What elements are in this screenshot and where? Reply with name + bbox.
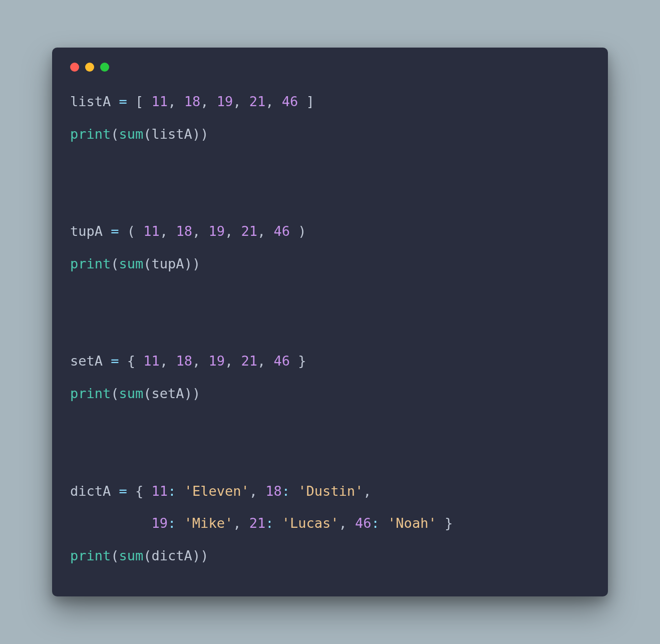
window-titlebar — [70, 63, 590, 86]
comma: , — [200, 94, 208, 109]
comma: , — [160, 223, 168, 239]
builtin: print — [70, 386, 111, 401]
code-block[interactable]: listA = [ 11, 18, 19, 21, 46 ] print(sum… — [70, 86, 590, 572]
builtin: print — [70, 256, 111, 271]
paren: ( — [127, 223, 135, 239]
comma: , — [339, 515, 347, 531]
string: 'Dustin' — [298, 483, 363, 499]
comma: , — [233, 94, 241, 109]
paren: ) — [192, 256, 200, 271]
editor-window: listA = [ 11, 18, 19, 21, 46 ] print(sum… — [52, 48, 608, 596]
paren: ) — [192, 386, 200, 401]
paren: ) — [184, 386, 192, 401]
close-icon[interactable] — [70, 63, 79, 72]
paren: ( — [111, 548, 119, 563]
number: 19 — [208, 223, 225, 239]
paren: ) — [184, 256, 192, 271]
paren: ) — [200, 548, 208, 563]
builtin: sum — [119, 548, 144, 563]
paren: ( — [143, 126, 151, 142]
number: 18 — [176, 223, 192, 239]
colon: : — [168, 483, 176, 499]
number: 46 — [274, 223, 290, 239]
comma: , — [257, 223, 265, 239]
operator: = — [111, 353, 119, 369]
number: 19 — [152, 515, 168, 531]
paren: ) — [192, 126, 200, 142]
string: 'Mike' — [184, 515, 233, 531]
builtin: sum — [119, 126, 144, 142]
comma: , — [192, 223, 200, 239]
comma: , — [192, 353, 200, 369]
identifier: tupA — [152, 256, 184, 271]
number: 11 — [143, 223, 160, 239]
paren: ) — [192, 548, 200, 563]
number: 18 — [265, 483, 282, 499]
identifier: setA — [152, 386, 184, 401]
comma: , — [160, 353, 168, 369]
builtin: print — [70, 548, 111, 563]
number: 21 — [249, 94, 266, 109]
paren: ( — [143, 256, 151, 271]
number: 46 — [282, 94, 298, 109]
brace: } — [445, 515, 453, 531]
comma: , — [225, 223, 233, 239]
comma: , — [265, 94, 273, 109]
bracket: [ — [135, 94, 143, 109]
colon: : — [168, 515, 176, 531]
paren: ) — [298, 223, 306, 239]
operator: = — [111, 223, 119, 239]
comma: , — [257, 353, 265, 369]
paren: ) — [200, 126, 208, 142]
number: 19 — [217, 94, 233, 109]
paren: ( — [143, 548, 151, 563]
paren: ( — [111, 126, 119, 142]
number: 11 — [143, 353, 160, 369]
string: 'Noah' — [388, 515, 437, 531]
minimize-icon[interactable] — [85, 63, 94, 72]
brace: { — [127, 353, 135, 369]
number: 19 — [208, 353, 225, 369]
number: 46 — [274, 353, 290, 369]
number: 46 — [355, 515, 372, 531]
paren: ( — [143, 386, 151, 401]
comma: , — [225, 353, 233, 369]
colon: : — [265, 515, 273, 531]
paren: ( — [111, 386, 119, 401]
operator: = — [119, 94, 127, 109]
number: 21 — [249, 515, 266, 531]
identifier: tupA — [70, 223, 103, 239]
builtin: sum — [119, 386, 144, 401]
string: 'Eleven' — [184, 483, 249, 499]
paren: ( — [111, 256, 119, 271]
identifier: listA — [152, 126, 192, 142]
brace: } — [298, 353, 306, 369]
operator: = — [119, 483, 127, 499]
colon: : — [282, 483, 290, 499]
number: 21 — [241, 353, 258, 369]
builtin: sum — [119, 256, 144, 271]
identifier: listA — [70, 94, 111, 109]
number: 11 — [152, 483, 168, 499]
zoom-icon[interactable] — [100, 63, 109, 72]
colon: : — [372, 515, 380, 531]
number: 18 — [176, 353, 192, 369]
brace: { — [135, 483, 143, 499]
comma: , — [233, 515, 241, 531]
string: 'Lucas' — [282, 515, 339, 531]
comma: , — [363, 483, 371, 499]
identifier: dictA — [70, 483, 111, 499]
identifier: setA — [70, 353, 103, 369]
number: 11 — [152, 94, 168, 109]
number: 21 — [241, 223, 258, 239]
comma: , — [168, 94, 176, 109]
builtin: print — [70, 126, 111, 142]
bracket: ] — [306, 94, 314, 109]
number: 18 — [184, 94, 201, 109]
comma: , — [249, 483, 257, 499]
identifier: dictA — [152, 548, 192, 563]
